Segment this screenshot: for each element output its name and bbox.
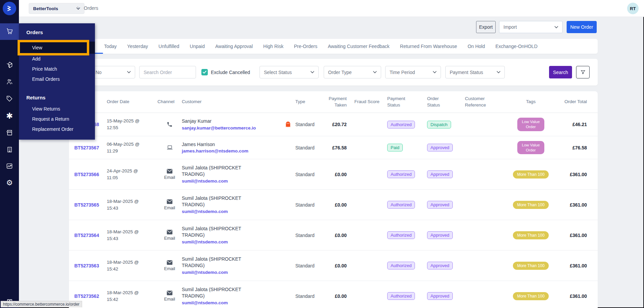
channel-cell: Email	[157, 230, 182, 241]
order-status-badge: Approved	[427, 231, 453, 239]
order-total: £361.00	[556, 263, 587, 268]
tab-unfulfilled[interactable]: Unfulfilled	[158, 44, 179, 49]
new-order-button[interactable]: New Order	[567, 21, 597, 33]
customer-email-link[interactable]: james.harrison@ntsdemo.com	[182, 148, 248, 153]
time-period-dropdown[interactable]: Time Period	[385, 66, 441, 78]
channel-cell: Email	[157, 260, 182, 271]
import-dropdown-value: Import	[503, 24, 517, 30]
order-status-badge: Approved	[427, 292, 453, 300]
payment-taken: £76.58	[316, 145, 347, 150]
email-icon	[167, 290, 173, 295]
tab-awaiting-customer-feedback[interactable]: Awaiting Customer Feedback	[328, 44, 390, 49]
search-button[interactable]: Search	[549, 66, 572, 78]
type-cell: Standard	[283, 293, 316, 299]
settings-gear-icon[interactable]: ⚙	[0, 176, 19, 190]
type-cell: Standard	[283, 263, 316, 268]
channel-cell: Email	[157, 199, 182, 210]
import-dropdown[interactable]: Import	[499, 21, 563, 33]
customer-email-link[interactable]: sumil@ntsdemo.com	[182, 209, 228, 214]
tab-awaiting-approval[interactable]: Awaiting Approval	[215, 44, 253, 49]
order-number-link[interactable]: BT5273566	[74, 172, 99, 177]
exclude-cancelled-control: Exclude Cancelled	[201, 69, 250, 75]
tab-unpaid[interactable]: Unpaid	[190, 44, 205, 49]
export-button[interactable]: Export	[476, 21, 496, 33]
payment-status-badge: Authorized	[387, 170, 415, 178]
tabs-bar: TodayYesterdayUnfulfilledUnpaidAwaiting …	[69, 39, 598, 54]
order-number-link[interactable]: BT5273567	[74, 145, 99, 150]
select-status-dropdown[interactable]: Select Status	[259, 66, 319, 78]
order-number-link[interactable]: BT5273564	[74, 233, 99, 238]
customers-users-icon[interactable]	[0, 75, 19, 89]
table-row: BT5273565 18-Mar-2025 @15:43 Email Sumil…	[69, 189, 598, 220]
flyout-item-replacement-order[interactable]: Replacement Order	[19, 124, 95, 134]
order-total: £46.21	[556, 122, 587, 127]
tab-pre-orders[interactable]: Pre-Orders	[294, 44, 317, 49]
chevron-down-icon	[127, 71, 131, 73]
tag-pill: Low Value Order	[517, 141, 544, 155]
tag-pill: Low Value Order	[517, 118, 544, 131]
flyout-item-view-returns[interactable]: View Returns	[19, 104, 95, 114]
tag-icon[interactable]	[0, 92, 19, 105]
tags-cell: Low Value Order	[505, 141, 556, 155]
tab-yesterday[interactable]: Yesterday	[127, 44, 148, 49]
asterisk-icon[interactable]: ✱	[0, 109, 19, 123]
email-icon	[167, 169, 173, 174]
package-icon[interactable]	[0, 58, 19, 72]
order-number-link[interactable]: BT5273562	[74, 293, 99, 299]
payment-status-badge: Authorized	[387, 292, 415, 300]
user-avatar[interactable]: RT	[627, 3, 639, 14]
breadcrumb-chevron-icon: ›	[77, 4, 79, 10]
funnel-icon	[580, 70, 586, 75]
exclude-cancelled-checkbox[interactable]	[201, 69, 208, 75]
order-number-link[interactable]: BT5273565	[74, 202, 99, 208]
app-switcher-dropdown[interactable]: BetterTools	[29, 3, 84, 14]
tab-high-risk[interactable]: High Risk	[263, 44, 283, 49]
company-building-icon[interactable]	[0, 143, 19, 156]
customer-email-link[interactable]: sumil@ntsdemo.com	[182, 270, 228, 275]
orders-cart-icon[interactable]	[0, 24, 19, 38]
chevron-down-icon	[311, 71, 314, 73]
flyout-item-view[interactable]: View	[19, 42, 95, 54]
tags-cell: More Than 100	[505, 231, 556, 239]
tags-cell: More Than 100	[505, 262, 556, 270]
order-total: £361.00	[556, 202, 587, 208]
tab-returned-from-warehouse[interactable]: Returned From Warehouse	[400, 44, 457, 49]
tab-today[interactable]: Today	[104, 44, 117, 49]
type-cell: Standard	[283, 172, 316, 177]
order-status-badge: Approved	[427, 170, 453, 178]
table-header-row: Order Date Channel Customer Type Payment…	[69, 91, 598, 113]
tab-exchange-onhold[interactable]: Exchange-OnHOLD	[495, 44, 538, 49]
order-total: £361.00	[556, 172, 587, 177]
payment-status-dropdown[interactable]: Payment Status	[445, 66, 505, 78]
tag-pill: More Than 100	[513, 292, 548, 300]
type-cell: Standard	[283, 202, 316, 208]
flyout-item-add[interactable]: Add	[19, 54, 95, 64]
payment-taken: £0.00	[316, 202, 347, 208]
customer-name: Sumil Jalota (SHIPROCKET TRADING)	[182, 256, 261, 269]
search-order-input[interactable]	[139, 66, 196, 78]
customer-email-link[interactable]: sumil@ntsdemo.com	[182, 300, 228, 305]
tags-cell: More Than 100	[505, 201, 556, 209]
flyout-orders-header: Orders	[26, 28, 95, 37]
customer-email-link[interactable]: sumil@ntsdemo.com	[182, 239, 228, 244]
payment-status-badge: Authorized	[387, 231, 415, 239]
col-payment-taken: Payment Taken	[316, 96, 347, 108]
store-icon[interactable]	[0, 126, 19, 139]
analytics-chart-icon[interactable]	[0, 159, 19, 173]
col-channel: Channel	[157, 99, 182, 105]
breadcrumb: Orders	[84, 5, 98, 11]
flyout-item-email-orders[interactable]: Email Orders	[19, 74, 95, 84]
bettercommerce-logo-icon[interactable]	[3, 2, 16, 15]
filter-funnel-button[interactable]	[576, 66, 590, 78]
payment-taken: £0.00	[316, 263, 347, 268]
flyout-item-price-match[interactable]: Price Match	[19, 64, 95, 74]
order-type-dropdown[interactable]: Order Type	[324, 66, 381, 78]
order-number-link[interactable]: BT5273563	[74, 263, 99, 268]
customer-email-link[interactable]: sumil@ntsdemo.com	[182, 179, 228, 184]
flyout-item-request-a-return[interactable]: Request a Return	[19, 114, 95, 124]
col-tags: Tags	[505, 99, 556, 105]
col-customer: Customer	[182, 99, 283, 105]
tab-on-hold[interactable]: On Hold	[468, 44, 485, 49]
customer-email-link[interactable]: sanjay.kumar@bettercommerce.io	[182, 125, 256, 131]
chevron-down-icon	[433, 71, 437, 73]
